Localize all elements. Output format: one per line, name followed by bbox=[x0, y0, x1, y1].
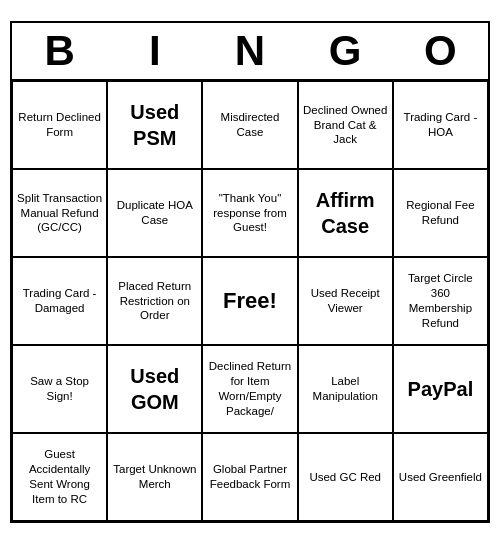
bingo-cell-6: Duplicate HOA Case bbox=[107, 169, 202, 257]
bingo-cell-14: Target Circle 360 Membership Refund bbox=[393, 257, 488, 345]
bingo-cell-16: Used GOM bbox=[107, 345, 202, 433]
bingo-cell-18: Label Manipulation bbox=[298, 345, 393, 433]
bingo-card: BINGO Return Declined FormUsed PSMMisdir… bbox=[10, 21, 490, 523]
bingo-cell-10: Trading Card - Damaged bbox=[12, 257, 107, 345]
bingo-cell-17: Declined Return for Item Worn/Empty Pack… bbox=[202, 345, 297, 433]
bingo-cell-0: Return Declined Form bbox=[12, 81, 107, 169]
bingo-grid: Return Declined FormUsed PSMMisdirected … bbox=[12, 81, 488, 521]
bingo-letter: B bbox=[12, 23, 107, 81]
bingo-cell-20: Guest Accidentally Sent Wrong Item to RC bbox=[12, 433, 107, 521]
bingo-cell-24: Used Greenfield bbox=[393, 433, 488, 521]
bingo-cell-22: Global Partner Feedback Form bbox=[202, 433, 297, 521]
bingo-letter: O bbox=[393, 23, 488, 81]
bingo-cell-12: Free! bbox=[202, 257, 297, 345]
bingo-cell-8: Affirm Case bbox=[298, 169, 393, 257]
bingo-cell-21: Target Unknown Merch bbox=[107, 433, 202, 521]
bingo-letter: G bbox=[298, 23, 393, 81]
bingo-cell-19: PayPal bbox=[393, 345, 488, 433]
bingo-cell-23: Used GC Red bbox=[298, 433, 393, 521]
bingo-cell-4: Trading Card - HOA bbox=[393, 81, 488, 169]
bingo-header: BINGO bbox=[12, 23, 488, 81]
bingo-letter: N bbox=[202, 23, 297, 81]
bingo-cell-13: Used Receipt Viewer bbox=[298, 257, 393, 345]
bingo-cell-1: Used PSM bbox=[107, 81, 202, 169]
bingo-cell-3: Declined Owned Brand Cat & Jack bbox=[298, 81, 393, 169]
bingo-cell-11: Placed Return Restriction on Order bbox=[107, 257, 202, 345]
bingo-cell-2: Misdirected Case bbox=[202, 81, 297, 169]
bingo-cell-7: "Thank You" response from Guest! bbox=[202, 169, 297, 257]
bingo-letter: I bbox=[107, 23, 202, 81]
bingo-cell-5: Split Transaction Manual Refund (GC/CC) bbox=[12, 169, 107, 257]
bingo-cell-9: Regional Fee Refund bbox=[393, 169, 488, 257]
bingo-cell-15: Saw a Stop Sign! bbox=[12, 345, 107, 433]
